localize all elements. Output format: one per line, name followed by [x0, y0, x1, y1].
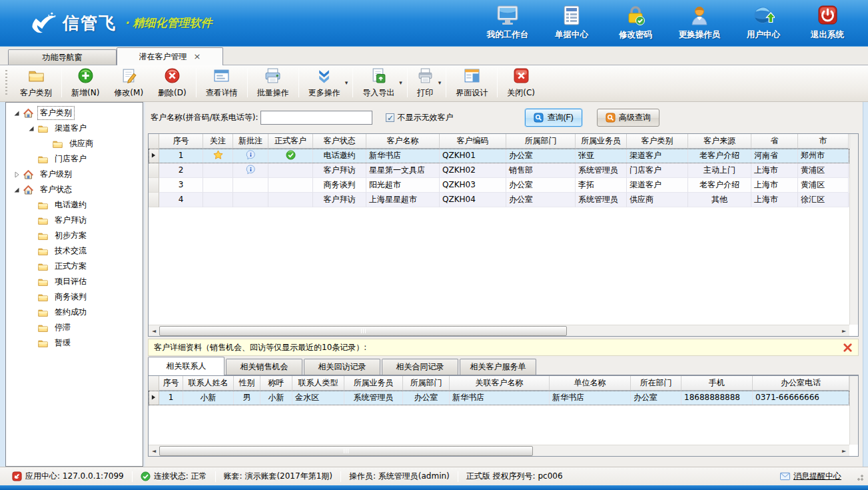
contacts-grid-col-company[interactable]: 单位名称: [550, 376, 631, 391]
advanced-query-button[interactable]: 高级查询: [597, 109, 659, 127]
scroll-right-icon[interactable]: ►: [839, 328, 849, 334]
customer-grid-col-formal[interactable]: 正式客户: [268, 134, 313, 149]
toolbar-print-dropdown-icon[interactable]: ▾: [438, 79, 442, 86]
toolbar-view-details-button[interactable]: 查看详情: [199, 65, 245, 101]
scroll-thumb[interactable]: [159, 446, 533, 456]
tree-item-15[interactable]: 暂缓: [6, 335, 143, 351]
contacts-grid-col-name[interactable]: 联系人姓名: [183, 376, 234, 391]
tree-item-11[interactable]: 项目评估: [6, 274, 143, 289]
contacts-grid-col-customer[interactable]: 关联客户名称: [450, 376, 550, 391]
toolbar-ui-design-button[interactable]: 界面设计: [448, 65, 495, 101]
my-workspace-button[interactable]: 我的工作台: [479, 3, 536, 43]
detail-tab-0[interactable]: 相关联系人: [148, 357, 224, 375]
resize-grip[interactable]: [855, 472, 864, 481]
toolbar-add-button[interactable]: 新增(N): [64, 65, 107, 101]
tree-item-13[interactable]: 签约成功: [6, 305, 143, 320]
toolbar-customer-category-button[interactable]: 客户类别: [13, 65, 59, 101]
collapse-icon[interactable]: [13, 109, 21, 117]
scroll-right-icon[interactable]: ►: [839, 448, 849, 454]
customer-grid-col-city[interactable]: 市: [798, 134, 849, 149]
tree-item-4[interactable]: 客户级别: [6, 167, 143, 182]
scroll-track[interactable]: [159, 326, 839, 336]
tree-item-9[interactable]: 技术交流: [6, 243, 143, 259]
collapse-icon[interactable]: [13, 186, 21, 194]
tab-potential-customers[interactable]: 潜在客户管理×: [117, 47, 223, 65]
toolbar-more-ops-dropdown-icon[interactable]: ▾: [345, 79, 348, 86]
customer-name-input[interactable]: [260, 111, 372, 125]
customer-grid-row-4[interactable]: 4客户拜访上海星星超市QZKH04办公室系统管理员供应商其他上海市徐汇区: [149, 193, 849, 207]
toolbar-grip[interactable]: [5, 70, 7, 95]
toolbar-modify-button[interactable]: 修改(M): [107, 65, 151, 101]
customer-grid-col-star[interactable]: 关注: [203, 134, 233, 149]
customer-grid-col-note[interactable]: 新批注: [233, 134, 268, 149]
switch-operator-button[interactable]: 更换操作员: [671, 3, 728, 43]
contacts-grid-col-dept[interactable]: 所属部门: [403, 376, 450, 391]
tab-nav-window[interactable]: 功能导航窗: [8, 49, 117, 65]
hide-invalid-checkbox[interactable]: ✓: [386, 113, 394, 122]
contacts-grid-col-salesman[interactable]: 所属业务员: [344, 376, 403, 391]
tab-close-icon[interactable]: ×: [194, 53, 201, 60]
customer-grid-col-salesman[interactable]: 所属业务员: [576, 134, 627, 149]
document-center-button[interactable]: 单据中心: [543, 3, 600, 43]
change-password-button[interactable]: 修改密码: [607, 3, 664, 43]
contacts-grid-hscrollbar[interactable]: ◄ ►: [149, 445, 849, 456]
tree-item-5[interactable]: 客户状态: [6, 182, 143, 197]
detail-tab-3[interactable]: 相关合同记录: [382, 359, 458, 375]
toolbar-batch-ops-button[interactable]: 批量操作: [250, 65, 296, 101]
customer-grid-col-source[interactable]: 客户来源: [688, 134, 751, 149]
toolbar-import-export-dropdown-icon[interactable]: ▾: [399, 79, 402, 86]
customer-grid-col-category[interactable]: 客户类别: [627, 134, 688, 149]
collapse-icon[interactable]: [27, 125, 35, 133]
detail-tab-1[interactable]: 相关销售机会: [226, 359, 302, 375]
detail-tab-2[interactable]: 相关回访记录: [304, 359, 380, 375]
customer-grid-col-dept[interactable]: 所属部门: [506, 134, 576, 149]
scroll-left-icon[interactable]: ◄: [149, 448, 159, 454]
contacts-grid-col-seq[interactable]: 序号: [159, 376, 183, 391]
customer-grid-hscrollbar[interactable]: ◄ ►: [149, 325, 849, 336]
tree-item-8[interactable]: 初步方案: [6, 228, 143, 243]
contacts-grid-col-title[interactable]: 称呼: [260, 376, 292, 391]
tree-item-6[interactable]: 电话邀约: [6, 197, 143, 213]
contacts-grid-col-office[interactable]: 办公室电话: [753, 376, 849, 391]
contacts-grid-col-indept[interactable]: 所在部门: [631, 376, 681, 391]
toolbar-import-export-button[interactable]: 导入导出: [355, 65, 402, 101]
scroll-track[interactable]: [159, 446, 839, 456]
toolbar-close-button[interactable]: 关闭(C): [500, 65, 542, 101]
customer-grid-row-2[interactable]: 2客户拜访星星第一文具店QZKH02销售部系统管理员门店客户主动上门上海市黄浦区: [149, 163, 849, 178]
toolbar-print-button[interactable]: 打印: [410, 65, 441, 101]
customer-grid-row-1[interactable]: 1电话邀约新华书店QZKH01办公室张亚渠道客户老客户介绍河南省郑州市: [149, 149, 849, 163]
tree-item-2[interactable]: 供应商: [6, 136, 143, 151]
status-message-center-text[interactable]: 消息提醒中心: [793, 471, 841, 482]
expand-icon[interactable]: [13, 171, 21, 179]
tree-item-7[interactable]: 客户拜访: [6, 213, 143, 228]
toolbar-more-ops-button[interactable]: 更多操作: [301, 65, 348, 101]
query-button[interactable]: 查询(F): [525, 109, 582, 127]
user-center-button[interactable]: 用户中心: [735, 3, 792, 43]
customer-grid-col-status[interactable]: 客户状态: [313, 134, 366, 149]
contacts-grid-vscrollbar[interactable]: [849, 376, 858, 445]
toolbar-delete-button[interactable]: 删除(D): [151, 65, 194, 101]
customer-grid-col-province[interactable]: 省: [751, 134, 798, 149]
scroll-thumb[interactable]: [159, 326, 567, 336]
exit-system-button[interactable]: 退出系统: [799, 3, 856, 43]
contacts-grid-row-1[interactable]: 1小新男小新金水区系统管理员办公室新华书店新华书店办公室186888888880…: [149, 391, 849, 405]
detail-tab-4[interactable]: 相关客户服务单: [460, 359, 536, 375]
tree-item-3[interactable]: 门店客户: [6, 151, 143, 167]
contacts-grid-col-gender[interactable]: 性别: [234, 376, 260, 391]
tree-item-12[interactable]: 商务谈判: [6, 289, 143, 305]
customer-grid-row-3[interactable]: 3商务谈判阳光超市QZKH03办公室李拓渠道客户老客户介绍上海市黄浦区: [149, 178, 849, 193]
hide-invalid-label: 不显示无效客户: [397, 112, 453, 123]
customer-grid-col-name[interactable]: 客户名称: [366, 134, 440, 149]
status-message-center[interactable]: 消息提醒中心: [772, 471, 849, 482]
contacts-grid-col-type[interactable]: 联系人类型: [292, 376, 344, 391]
contacts-grid-col-mobile[interactable]: 手机: [681, 376, 753, 391]
scroll-left-icon[interactable]: ◄: [149, 328, 159, 334]
tree-item-1[interactable]: 渠道客户: [6, 121, 143, 136]
detail-close-icon[interactable]: [843, 343, 853, 353]
tree-item-14[interactable]: 停滞: [6, 320, 143, 335]
tree-item-0[interactable]: 客户类别: [6, 105, 143, 121]
tree-item-10[interactable]: 正式方案: [6, 259, 143, 274]
customer-grid-col-seq[interactable]: 序号: [159, 134, 203, 149]
customer-grid-vscrollbar[interactable]: [849, 134, 858, 325]
customer-grid-col-code[interactable]: 客户编码: [440, 134, 506, 149]
